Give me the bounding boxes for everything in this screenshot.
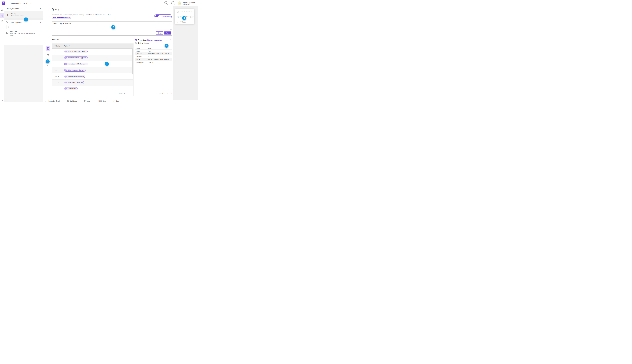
contents-item-query[interactable]: { } Query Create new queries	[4, 12, 43, 18]
prev-page-icon[interactable]: ‹	[128, 92, 128, 94]
add-selection-button[interactable]: +	[56, 88, 57, 90]
prev-page-icon[interactable]: ‹	[168, 92, 168, 94]
search-icon	[165, 2, 167, 4]
braces-icon: { }	[177, 16, 179, 18]
add-selection-button[interactable]: +	[56, 69, 57, 71]
new-link-chart-button[interactable]	[46, 63, 50, 67]
entity-chip[interactable]: Attendance Certificate	[64, 81, 84, 84]
properties-close-icon[interactable]: ✕	[170, 39, 171, 41]
entity-label: Entity:	[138, 42, 143, 44]
entity-chip[interactable]: Innovations in Mechanical...	[64, 62, 88, 65]
next-page-icon[interactable]: ›	[171, 92, 172, 94]
stored-queries-header[interactable]: Stored Queries ∧	[4, 20, 43, 25]
remove-selection-button[interactable]: −	[58, 76, 59, 77]
entity-dot-icon	[65, 51, 67, 52]
add-selection-button[interactable]: +	[56, 51, 57, 52]
stored-query-desc: Basic query that returns all entities in…	[10, 32, 35, 36]
toggle-switch[interactable]	[155, 15, 159, 17]
close-tab-icon[interactable]: ✕	[91, 100, 92, 102]
add-selection-button[interactable]: +	[56, 76, 57, 77]
edit-title-icon[interactable]: ✎	[30, 2, 32, 4]
query-contents-panel: Query Contents ✕ { } Query Create new qu…	[4, 6, 43, 102]
close-tab-icon[interactable]: ✕	[108, 100, 108, 102]
entity-chip[interactable]: New Metal Office Suppliers	[64, 56, 88, 59]
tab-dashboard[interactable]: Dashboard ✕	[67, 100, 80, 102]
page-title: Company Management	[8, 2, 27, 4]
learn-more-link[interactable]: Learn more about Query	[52, 17, 71, 18]
table-row: +− Attendance Certificate	[52, 80, 133, 86]
annotation-badge-3: 3	[105, 62, 109, 66]
run-button[interactable]: Run	[164, 32, 171, 34]
table-row: +− Sales Associate Summit	[52, 67, 133, 73]
tab-link-chart[interactable]: Link Chart ✕	[97, 100, 108, 102]
remove-selection-button[interactable]: −	[58, 63, 59, 65]
annotation-badge-6: 6	[182, 16, 186, 20]
user-menu[interactable]: Knowledge Studio publisher2	[183, 1, 196, 5]
remove-selection-button[interactable]: −	[58, 69, 59, 71]
show-query-box-toggle[interactable]: Show Query Box	[154, 14, 172, 18]
add-selection-button[interactable]: +	[56, 57, 57, 59]
results-table-view-button[interactable]	[46, 46, 50, 51]
annotation-badge-5: 5	[46, 60, 50, 63]
close-tab-icon[interactable]: ✕	[122, 100, 122, 102]
remove-selection-button[interactable]: −	[58, 82, 59, 84]
tab-query[interactable]: { } Query ✕	[114, 100, 122, 102]
property-row: shapePoint	[135, 50, 172, 52]
tab-knowledge-graph[interactable]: Knowledge Graph ✕	[46, 100, 62, 102]
results-scrollbar[interactable]	[132, 49, 133, 74]
tab-map[interactable]: Map ✕	[84, 100, 92, 102]
close-tab-icon[interactable]: ✕	[78, 100, 80, 102]
rail-collapse-button[interactable]: »	[0, 100, 4, 101]
query-item-title: Query	[11, 13, 24, 15]
query-file-icon	[6, 32, 8, 34]
entity-chip[interactable]: Sales Associate Summit	[64, 69, 86, 72]
data-model-rail-button[interactable]	[0, 8, 4, 13]
clear-button[interactable]: Clear	[156, 32, 163, 34]
entity-chip[interactable]: Staplers Mechanical Engi...	[64, 50, 88, 53]
entity-dot-icon	[65, 57, 67, 59]
menu-item-add-selection-to[interactable]: Add Selection To	[175, 10, 194, 14]
stored-query-item[interactable]: Basic Query Basic query that returns all…	[4, 30, 43, 36]
avatar[interactable]: KS	[178, 2, 182, 5]
add-to-link-chart-button[interactable]	[46, 52, 50, 57]
menu-item-collapse[interactable]: » Collapse	[175, 20, 194, 24]
panel-close-icon[interactable]: ✕	[40, 8, 41, 10]
remove-selection-button[interactable]: −	[58, 51, 59, 52]
help-button[interactable]: ?	[172, 2, 175, 5]
add-selection-button[interactable]: +	[56, 63, 57, 65]
column-header-value: Value	[148, 47, 172, 50]
save-rail-button[interactable]	[0, 18, 4, 23]
help-icon: ?	[173, 2, 174, 4]
layers-rail-button[interactable]	[0, 13, 4, 18]
properties-pagination: 1-5 of 5 ‹ ›	[135, 91, 172, 96]
search-button[interactable]	[164, 2, 168, 5]
stored-queries-section: Stored Queries ∧ Basic Query Basic query…	[4, 20, 43, 45]
collapse-section-icon[interactable]: ∧	[40, 22, 41, 23]
remove-selection-button[interactable]: −	[58, 57, 59, 59]
selection-tool-button[interactable]	[46, 68, 50, 72]
results-table-card: Selection Value 0 +− Staplers Mechanical…	[52, 44, 134, 96]
add-selection-to-icon[interactable]	[166, 39, 168, 41]
properties-header: Properties: Staplers Mechanic... ✕	[135, 39, 172, 41]
app-logo-icon[interactable]	[2, 2, 5, 5]
results-table-header: Selection Value 0	[52, 44, 133, 48]
resize-handle[interactable]	[170, 28, 172, 30]
main-content: Query You can query a knowledge graph to…	[43, 6, 173, 100]
stored-query-search[interactable]	[6, 25, 42, 29]
toggle-label: Show Query Box	[160, 16, 172, 17]
next-page-icon[interactable]: ›	[131, 92, 132, 94]
properties-entity-link[interactable]: Staplers Mechanic...	[147, 39, 162, 41]
add-selection-to-icon	[177, 11, 179, 13]
close-tab-icon[interactable]: ✕	[61, 100, 62, 102]
entity-chip[interactable]: Firebird Title	[64, 87, 78, 90]
left-icon-rail: »	[0, 6, 4, 102]
search-input[interactable]	[10, 26, 42, 28]
properties-page-range: 1-5 of 5	[159, 92, 164, 94]
panel-title: Query Contents	[7, 8, 19, 10]
entity-chip[interactable]: Managment Techniques	[64, 75, 85, 78]
add-selection-button[interactable]: +	[56, 82, 57, 84]
remove-selection-button[interactable]: −	[58, 88, 59, 90]
annotation-badge-4: 4	[164, 44, 168, 48]
stored-query-options-icon[interactable]: •••	[39, 32, 42, 36]
app-header: Company Management ✎ ? KS Knowledge Stud…	[0, 0, 198, 6]
